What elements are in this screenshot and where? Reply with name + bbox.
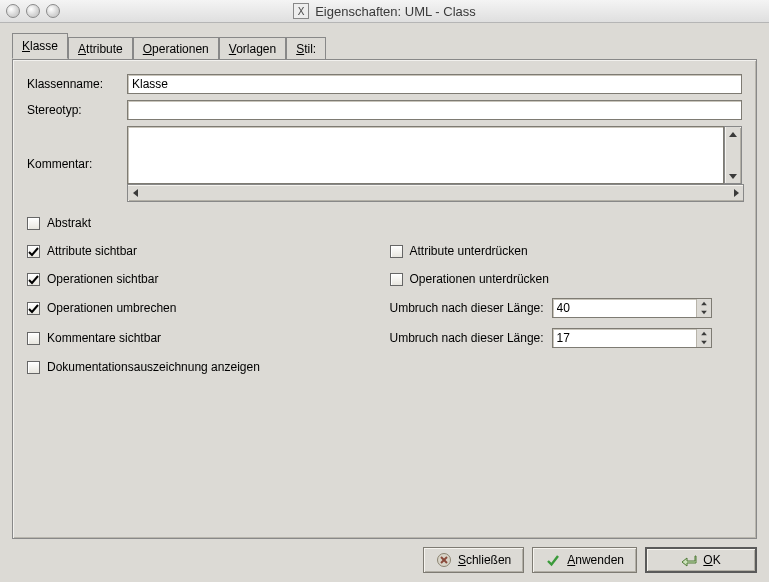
arrow-up-icon <box>729 132 737 137</box>
attrs-suppress-row: Attribute unterdrücken <box>390 242 743 260</box>
ops-suppress-checkbox[interactable] <box>390 273 403 286</box>
window-controls <box>6 4 106 18</box>
comment-hscrollbar[interactable] <box>127 184 744 202</box>
comments-visible-label: Kommentare sichtbar <box>47 331 161 345</box>
scroll-right-button[interactable] <box>729 186 743 200</box>
hscroll-track[interactable] <box>142 185 729 201</box>
spinner-up-button[interactable] <box>697 299 711 308</box>
button-bar: Schließen Anwenden OK <box>12 547 757 573</box>
scroll-down-button[interactable] <box>726 169 740 183</box>
attrs-visible-row: Attribute sichtbar <box>27 242 380 260</box>
minimize-window-button[interactable] <box>26 4 40 18</box>
doc-markup-row: Dokumentationsauszeichnung anzeigen <box>27 358 742 376</box>
comments-visible-checkbox[interactable] <box>27 332 40 345</box>
tab-label: ttribute <box>86 42 123 56</box>
ops-wrap-row: Operationen umbrechen <box>27 298 380 318</box>
ops-wrap-len-spinner[interactable] <box>552 298 712 318</box>
classname-label: Klassenname: <box>27 77 127 91</box>
button-label-rest: chließen <box>466 553 511 567</box>
stereotype-input[interactable] <box>127 100 742 120</box>
ops-visible-label: Operationen sichtbar <box>47 272 158 286</box>
close-button[interactable]: Schließen <box>423 547 524 573</box>
scroll-left-button[interactable] <box>128 186 142 200</box>
attrs-suppress-label: Attribute unterdrücken <box>410 244 528 258</box>
window-title: Eigenschaften: UML - Class <box>315 4 476 19</box>
arrow-right-icon <box>734 189 739 197</box>
arrow-down-icon <box>701 311 707 315</box>
tab-label: lasse <box>30 39 58 53</box>
tab-label: perationen <box>152 42 209 56</box>
ok-button[interactable]: OK <box>645 547 757 573</box>
ops-wrap-len-label: Umbruch nach dieser Länge: <box>390 301 544 315</box>
close-x-icon <box>436 552 452 568</box>
arrow-up-icon <box>701 302 707 306</box>
comment-textarea[interactable] <box>127 126 724 184</box>
tabstrip: Klasse Attribute Operationen Vorlagen St… <box>12 35 757 59</box>
arrow-down-icon <box>701 341 707 345</box>
tab-panel-klasse: Klassenname: Stereotyp: Kommentar: <box>12 59 757 539</box>
cmt-wrap-len-label: Umbruch nach dieser Länge: <box>390 331 544 345</box>
close-window-button[interactable] <box>6 4 20 18</box>
tab-label: til: <box>304 42 316 56</box>
button-label-rest: nwenden <box>575 553 624 567</box>
tab-label: orlagen <box>236 42 276 56</box>
comment-vscrollbar[interactable] <box>724 126 742 184</box>
spinner-down-button[interactable] <box>697 338 711 347</box>
ops-suppress-row: Operationen unterdrücken <box>390 270 743 288</box>
scroll-up-button[interactable] <box>726 127 740 141</box>
tab-vorlagen[interactable]: Vorlagen <box>219 37 286 60</box>
abstract-checkbox[interactable] <box>27 217 40 230</box>
vscroll-track[interactable] <box>725 141 741 169</box>
cmt-wrap-len-input[interactable] <box>553 329 696 347</box>
comments-visible-row: Kommentare sichtbar <box>27 328 380 348</box>
doc-markup-label: Dokumentationsauszeichnung anzeigen <box>47 360 260 374</box>
spinner-down-button[interactable] <box>697 308 711 317</box>
tab-attribute[interactable]: Attribute <box>68 37 133 60</box>
cmt-wrap-len-spinner[interactable] <box>552 328 712 348</box>
abstract-label: Abstrakt <box>47 216 91 230</box>
ops-wrap-checkbox[interactable] <box>27 302 40 315</box>
ops-visible-row: Operationen sichtbar <box>27 270 380 288</box>
arrow-left-icon <box>133 189 138 197</box>
apply-check-icon <box>545 552 561 568</box>
abstract-row: Abstrakt <box>27 214 742 232</box>
ops-visible-checkbox[interactable] <box>27 273 40 286</box>
stereotype-label: Stereotyp: <box>27 103 127 117</box>
ok-back-icon <box>681 552 697 568</box>
attrs-suppress-checkbox[interactable] <box>390 245 403 258</box>
doc-markup-checkbox[interactable] <box>27 361 40 374</box>
attrs-visible-label: Attribute sichtbar <box>47 244 137 258</box>
tab-klasse[interactable]: Klasse <box>12 33 68 59</box>
comment-label: Kommentar: <box>27 157 127 171</box>
apply-button[interactable]: Anwenden <box>532 547 637 573</box>
spinner-up-button[interactable] <box>697 329 711 338</box>
classname-input[interactable] <box>127 74 742 94</box>
zoom-window-button[interactable] <box>46 4 60 18</box>
arrow-up-icon <box>701 332 707 336</box>
ops-wrap-label: Operationen umbrechen <box>47 301 176 315</box>
ops-wrap-len-input[interactable] <box>553 299 696 317</box>
x11-icon: X <box>293 3 309 19</box>
button-label-rest: K <box>713 553 721 567</box>
window-body: Klasse Attribute Operationen Vorlagen St… <box>0 23 769 582</box>
titlebar: X Eigenschaften: UML - Class <box>0 0 769 23</box>
ops-suppress-label: Operationen unterdrücken <box>410 272 549 286</box>
attrs-visible-checkbox[interactable] <box>27 245 40 258</box>
tab-stil[interactable]: Stil: <box>286 37 326 60</box>
tab-operationen[interactable]: Operationen <box>133 37 219 60</box>
arrow-down-icon <box>729 174 737 179</box>
